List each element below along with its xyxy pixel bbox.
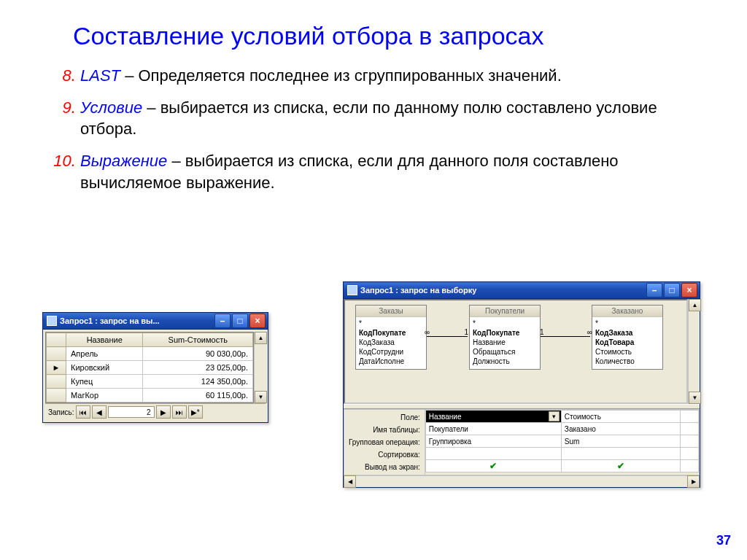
scroll-up-button[interactable]: ▲ — [689, 299, 701, 311]
table-field[interactable]: КодПокупате — [359, 328, 423, 338]
row-selector[interactable] — [47, 347, 66, 361]
qbe-cell[interactable]: Группировка — [425, 435, 561, 448]
column-header[interactable]: Название — [66, 333, 143, 347]
scroll-up-button[interactable]: ▲ — [255, 332, 267, 344]
close-button[interactable]: × — [249, 314, 266, 328]
cell-sum[interactable]: 60 115,00р. — [143, 389, 253, 402]
table-field[interactable]: Стоимость — [595, 347, 659, 357]
qbe-cell[interactable] — [561, 448, 680, 460]
qbe-grid[interactable]: НазваниеСтоимостьПокупателиЗаказаноГрупп… — [425, 409, 700, 475]
scroll-down-button[interactable]: ▼ — [255, 391, 267, 403]
row-selector[interactable] — [47, 375, 66, 389]
page-number: 37 — [716, 533, 731, 548]
result-grid[interactable]: НазваниеSum-Стоимость Апрель90 030,00р.►… — [46, 332, 253, 402]
table-title: Покупатели — [470, 306, 540, 317]
table-row[interactable]: Купец124 350,00р. — [47, 375, 253, 389]
slide-title: Составление условий отбора в запросах — [73, 22, 703, 50]
row-selector[interactable]: ► — [47, 361, 66, 375]
qbe-cell[interactable]: Sum — [561, 435, 680, 448]
minimize-button[interactable]: – — [214, 314, 231, 328]
qbe-label: Сортировка: — [349, 448, 420, 461]
table-field[interactable]: Должность — [473, 357, 537, 366]
cell-name[interactable]: МагКор — [66, 389, 143, 402]
cell-sum[interactable]: 124 350,00р. — [143, 375, 253, 389]
pane-splitter[interactable] — [344, 404, 700, 409]
definition-item: Условие – выбирается из списка, если по … — [80, 97, 703, 140]
table-field[interactable]: ДатаИсполне — [359, 357, 423, 366]
table-field[interactable]: Название — [473, 338, 537, 347]
query-design-window: Запрос1 : запрос на выборку – □ × Заказы… — [343, 281, 700, 488]
qbe-cell[interactable] — [681, 448, 699, 460]
close-button[interactable]: × — [681, 283, 697, 298]
row-selector-header[interactable] — [47, 333, 66, 347]
table-field[interactable]: * — [595, 319, 659, 328]
scroll-left-button[interactable]: ◀ — [344, 475, 356, 488]
cell-sum[interactable]: 90 030,00р. — [143, 347, 253, 361]
cell-sum[interactable]: 23 025,00р. — [143, 361, 253, 375]
definition-body: – выбирается из списка, если по данному … — [80, 98, 657, 139]
maximize-button[interactable]: □ — [664, 283, 680, 298]
definition-body: – Определяется последнее из сгруппирован… — [120, 66, 562, 85]
record-number-input[interactable] — [108, 406, 155, 418]
qbe-label: Поле: — [349, 411, 420, 424]
scroll-down-button[interactable]: ▼ — [689, 392, 701, 404]
qbe-cell[interactable]: ✔ — [425, 460, 561, 472]
row-selector[interactable] — [47, 389, 66, 402]
table-box[interactable]: Заказано*КодЗаказаКодТовараСтоимостьКоли… — [592, 305, 663, 370]
record-navigator: Запись: ⏮ ◀ ▶ ⏭ ▶* — [45, 403, 266, 420]
table-field[interactable]: КодТовара — [595, 338, 659, 347]
nav-first-button[interactable]: ⏮ — [76, 405, 90, 419]
relationship-line — [427, 336, 468, 337]
nav-prev-button[interactable]: ◀ — [92, 405, 107, 419]
table-title: Заказы — [356, 306, 426, 317]
qbe-label: Вывод на экран: — [349, 461, 420, 473]
qbe-cell[interactable] — [425, 448, 561, 460]
app-icon — [347, 285, 357, 295]
nav-next-button[interactable]: ▶ — [156, 405, 171, 419]
table-row[interactable]: ►Кировский23 025,00р. — [47, 361, 253, 375]
datasheet-window: Запрос1 : запрос на вы... – □ × Название… — [42, 312, 268, 423]
table-field[interactable]: КодПокупате — [473, 328, 537, 338]
definition-item: Выражение – выбирается из списка, если д… — [80, 150, 703, 193]
table-title: Заказано — [592, 306, 662, 317]
qbe-cell[interactable] — [681, 411, 699, 423]
table-field[interactable]: Количество — [595, 357, 659, 366]
column-header[interactable]: Sum-Стоимость — [143, 333, 253, 347]
qbe-cell[interactable] — [681, 435, 699, 448]
scroll-right-button[interactable]: ▶ — [687, 475, 700, 488]
minimize-button[interactable]: – — [646, 283, 662, 298]
qbe-cell[interactable]: Покупатели — [425, 423, 561, 435]
table-field[interactable]: КодЗаказа — [359, 338, 423, 347]
table-box[interactable]: Покупатели*КодПокупатеНазваниеОбращаться… — [469, 305, 541, 370]
definition-list: LAST – Определяется последнее из сгруппи… — [51, 65, 703, 193]
relationship-line — [541, 336, 590, 337]
table-field[interactable]: КодСотрудни — [359, 347, 423, 357]
table-field[interactable]: * — [359, 319, 423, 328]
qbe-label: Имя таблицы: — [349, 424, 420, 436]
titlebar[interactable]: Запрос1 : запрос на вы... – □ × — [43, 313, 268, 330]
table-field[interactable]: * — [473, 319, 537, 328]
table-field[interactable]: КодЗаказа — [595, 328, 659, 338]
cell-name[interactable]: Купец — [66, 375, 143, 389]
qbe-row-labels: Поле:Имя таблицы:Групповая операция:Сорт… — [344, 409, 425, 475]
relationship-pane[interactable]: Заказы*КодПокупатеКодЗаказаКодСотрудниДа… — [344, 299, 688, 404]
cell-name[interactable]: Кировский — [66, 361, 143, 375]
qbe-cell[interactable]: Заказано — [561, 423, 680, 435]
qbe-cell[interactable] — [681, 423, 699, 435]
maximize-button[interactable]: □ — [232, 314, 248, 328]
table-box[interactable]: Заказы*КодПокупатеКодЗаказаКодСотрудниДа… — [355, 305, 427, 370]
qbe-cell[interactable]: ✔ — [561, 460, 680, 472]
cell-name[interactable]: Апрель — [66, 347, 143, 361]
nav-last-button[interactable]: ⏭ — [172, 405, 187, 419]
qbe-label: Групповая операция: — [349, 436, 420, 448]
definition-term: Условие — [80, 98, 142, 117]
qbe-cell[interactable]: Стоимость — [561, 411, 680, 423]
qbe-cell[interactable]: Название — [425, 411, 561, 423]
table-row[interactable]: МагКор60 115,00р. — [47, 389, 253, 402]
titlebar[interactable]: Запрос1 : запрос на выборку – □ × — [344, 282, 700, 299]
nav-new-button[interactable]: ▶* — [188, 405, 203, 419]
qbe-cell[interactable] — [681, 460, 699, 472]
table-row[interactable]: Апрель90 030,00р. — [47, 347, 253, 361]
table-field[interactable]: Обращаться — [473, 347, 537, 357]
window-title: Запрос1 : запрос на вы... — [60, 316, 214, 325]
